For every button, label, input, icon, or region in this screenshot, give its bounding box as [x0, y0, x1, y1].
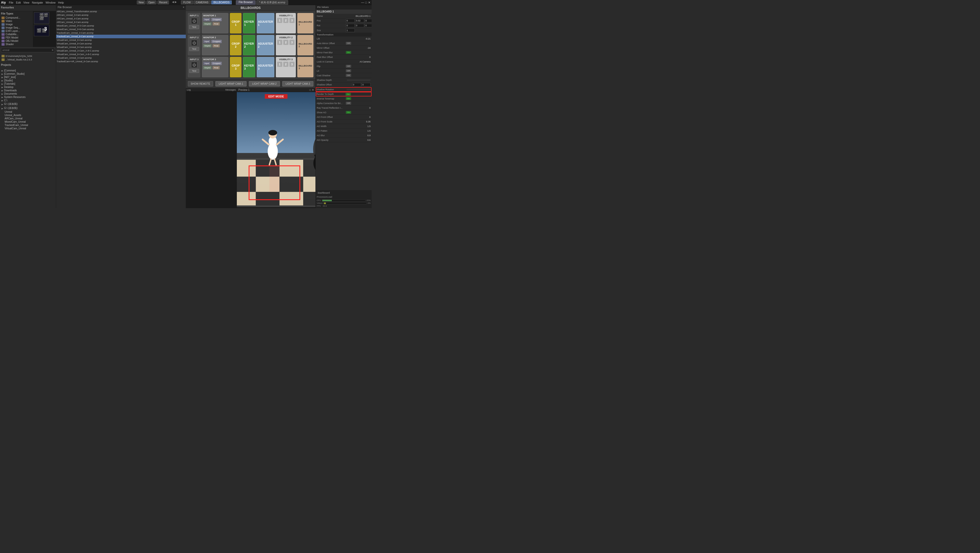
file-item-0[interactable]: ARCam_Unreal_Transformation.acomp [56, 10, 186, 13]
billboard-block-2[interactable]: BILLBOARD 2 [298, 35, 313, 56]
light-wrap-cam3-button[interactable]: LIGHT WRAP CAM-3 [282, 81, 313, 86]
file-item-3[interactable]: ARCam_Unreal_8-Cam.acomp [56, 21, 186, 24]
adjuster-block-2[interactable]: ADJUSTER 2 [257, 35, 274, 56]
input-1-test-btn[interactable]: Test [189, 25, 199, 29]
tree-system[interactable]: System Resources [0, 95, 56, 99]
thumbnail-2[interactable]: 3 🎬 🎬 [34, 25, 49, 36]
prop-input-rot-z[interactable] [365, 24, 372, 27]
billboards-nav-button[interactable]: BILLBOARDS [211, 0, 232, 4]
input-1-power-btn[interactable]: ⏻ [191, 18, 197, 24]
file-type-obj[interactable]: OBJ Model [1, 39, 32, 43]
adjuster-block-3[interactable]: ADJUSTER 3 [257, 57, 274, 77]
alpha-correction-badge[interactable]: Off [346, 102, 351, 105]
tab-file-browser[interactable]: File Browser [236, 0, 256, 5]
lit-badge[interactable]: Off [346, 69, 351, 72]
vis-3-num-3[interactable]: 3 [290, 62, 294, 67]
search-input[interactable] [2, 49, 52, 51]
tree-unreal[interactable]: Unreal [0, 110, 56, 113]
keyer-block-2[interactable]: KEYER 2 [243, 35, 255, 56]
adjuster-block-1[interactable]: ADJUSTER 1 [257, 13, 274, 33]
light-wrap-cam2-button[interactable]: LIGHT WRAP CAM-2 [249, 81, 280, 86]
menu-edit[interactable]: Edit [16, 1, 21, 4]
prop-input-pos-x[interactable] [346, 19, 355, 22]
show-remote-button[interactable]: SHOW REMOTE [188, 81, 213, 86]
auto-mirror-badge[interactable]: Off [346, 42, 351, 44]
vis-2-num-3[interactable]: 3 [290, 40, 294, 45]
monitor-3-input-lbl[interactable]: Input [203, 62, 210, 65]
file-type-collada[interactable]: CollabMe... [1, 33, 32, 36]
prop-input-pos-y[interactable] [355, 19, 364, 22]
tree-n07-test[interactable]: [N07_test] [0, 76, 56, 79]
file-item-14[interactable]: TrackedCam+AR_Unreal_8-Cam.acomp [56, 60, 186, 63]
file-item-5[interactable]: MixedCam_Unreal_3+8-Cam.acomp [56, 27, 186, 31]
tree-unreal-assets[interactable]: Unreal_Assets [0, 113, 56, 117]
file-item-11[interactable]: VirtualCam_Unreal_3-Cam_A-8-C.acomp [56, 49, 186, 52]
tree-mixedcam-unreal[interactable]: MixedCam_Unreal [0, 120, 56, 124]
new-button[interactable]: New [137, 0, 145, 4]
vis-1-num-3[interactable]: 3 [290, 18, 294, 23]
input-3-test-btn[interactable]: Test [189, 69, 199, 73]
crop-block-2[interactable]: CROP 2 [230, 35, 242, 56]
file-type-fbx[interactable]: FBX Model [1, 36, 32, 39]
window-maximize[interactable]: □ [365, 1, 367, 4]
input-3-power-btn[interactable]: ⏻ [191, 62, 197, 68]
vis-1-num-2[interactable]: 2 [283, 18, 288, 23]
monitor-3-keyed-lbl[interactable]: Keyed [203, 66, 212, 69]
shadow-rotation-slider[interactable] [347, 89, 371, 90]
cameras-nav-button[interactable]: CAMERAS [193, 0, 210, 4]
tree-g-drive-1[interactable]: G:\ (添加我) [0, 102, 56, 106]
file-browser-close[interactable]: × [183, 6, 184, 9]
tab-comp[interactable]: * 棋局-世界进程.acomp [256, 0, 288, 5]
preview-expand-icon[interactable]: □ [309, 89, 311, 91]
keyer-block-3[interactable]: KEYER 3 [243, 57, 255, 77]
vis-3-num-2[interactable]: 2 [283, 62, 288, 67]
prop-input-shadow-offset-y[interactable] [362, 83, 371, 86]
monitor-1-cropped-lbl[interactable]: Cropped [211, 18, 222, 21]
tree-virtualcam-unreal[interactable]: VirtualCam_Unreal [0, 127, 56, 130]
monitor-1-final-lbl[interactable]: Final [213, 22, 220, 25]
crop-block-1[interactable]: CROP 1 [230, 13, 242, 33]
recent-item-1[interactable]: D:\Aximmetry\VQ3u_SZIK [1, 54, 55, 58]
menu-window[interactable]: Window [45, 1, 56, 4]
recent-button[interactable]: Recent [158, 0, 169, 4]
file-item-12[interactable]: VirtualCam_Unreal_8-Cam_A-8-C.acomp [56, 52, 186, 56]
thumbnail-1[interactable]: 🎬 🎬🎬 [34, 12, 49, 24]
tree-c-drive[interactable]: C:\ [0, 99, 56, 102]
flow-nav-button[interactable]: FLOW [181, 0, 193, 4]
billboard-block-1[interactable]: BILLBOARD 1 [298, 13, 313, 33]
file-type-compound[interactable]: Compound... [1, 16, 32, 19]
input-2-power-btn[interactable]: ⏻ [191, 40, 197, 46]
vis-1-num-1[interactable]: 1 [277, 18, 282, 23]
monitor-1-input-lbl[interactable]: Input [203, 18, 210, 21]
monitor-3-final-lbl[interactable]: Final [213, 66, 220, 69]
crop-block-3[interactable]: CROP 3 [230, 57, 242, 77]
tree-common[interactable]: [Common] [0, 69, 56, 72]
file-item-6[interactable]: TrackedCam_Unreal_3-Cam.acomp [56, 31, 186, 35]
window-minimize[interactable]: — [361, 1, 364, 4]
vis-2-num-2[interactable]: 2 [283, 40, 288, 45]
prop-input-shadow-offset-x[interactable] [352, 83, 361, 86]
billboard-block-3[interactable]: BILLBOARD 3 [298, 57, 313, 77]
monitor-2-cropped-lbl[interactable]: Cropped [211, 40, 222, 43]
file-item-13[interactable]: VirtualCam_Unreal_3-Cam.acomp [56, 56, 186, 60]
tree-arcam-unreal[interactable]: ARCam_Unreal [0, 117, 56, 120]
file-type-shader[interactable]: Shader [1, 43, 32, 46]
file-item-4[interactable]: MixedCam_Unreal_3+3-Cam.acomp [56, 24, 186, 27]
recent-item-2[interactable]: ...\Virtual_Studio Axt.2.5.3 [1, 58, 55, 62]
show-ao-badge[interactable]: On [346, 111, 351, 114]
tree-downloads[interactable]: Downloads [0, 89, 56, 92]
tree-tutorials[interactable]: [Tutorials] [0, 82, 56, 86]
search-bar[interactable]: ✕ [1, 48, 55, 52]
monitor-2-final-lbl[interactable]: Final [213, 44, 220, 48]
shadow-depth-slider[interactable] [347, 79, 371, 81]
vis-3-num-1[interactable]: 1 [277, 62, 282, 67]
tree-desktop[interactable]: Desktop [0, 86, 56, 89]
monitor-1-keyed-lbl[interactable]: Keyed [203, 22, 212, 25]
open-button[interactable]: Open [146, 0, 156, 4]
file-item-10[interactable]: VirtualCam_Unreal_8-Cam.acomp [56, 45, 186, 49]
menu-view[interactable]: View [23, 1, 29, 4]
tree-g-drive-2[interactable]: G:\ (添加我) [0, 106, 56, 110]
file-type-exr[interactable]: EXR Layer... [1, 29, 32, 33]
prop-input-rot-y[interactable] [355, 24, 364, 27]
light-wrap-cam1-button[interactable]: LIGHT WRAP CAM-1 [215, 81, 247, 86]
